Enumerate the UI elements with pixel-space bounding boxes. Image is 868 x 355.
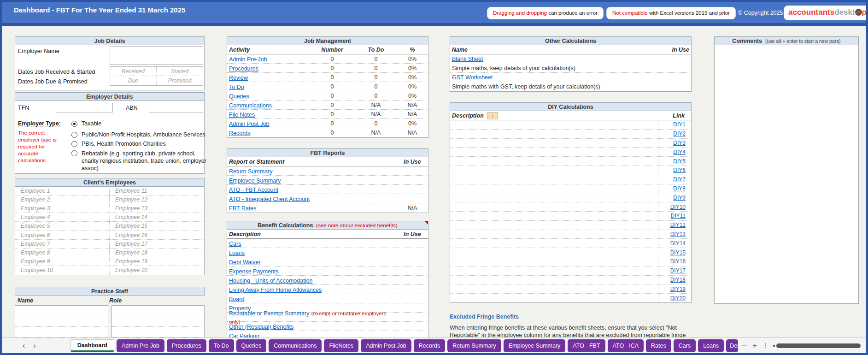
- activity-link[interactable]: Queries: [229, 93, 249, 100]
- prev-sheet-arrow[interactable]: ‹: [18, 342, 29, 350]
- diy-link[interactable]: DIY18: [670, 277, 686, 283]
- diy-description-cell[interactable]: [450, 130, 658, 138]
- activity-link[interactable]: Admin Pre-Job: [229, 56, 267, 63]
- radio-rebatable[interactable]: Rebatable (e.g. sporting club, private s…: [71, 150, 207, 172]
- tab-cars[interactable]: Cars: [674, 339, 696, 352]
- diy-link[interactable]: DIY10: [670, 204, 686, 210]
- radio-taxable[interactable]: Taxable: [71, 120, 101, 127]
- diy-description-cell[interactable]: [450, 266, 658, 275]
- employee-cell[interactable]: Employee 15: [110, 222, 204, 231]
- blank-sheet-link[interactable]: Blank Sheet: [452, 56, 483, 62]
- diy-link[interactable]: DIY16: [670, 258, 686, 265]
- date-due-input[interactable]: [110, 76, 156, 85]
- gst-worksheet-link[interactable]: GST Worksheet: [452, 74, 493, 81]
- diy-link[interactable]: DIY2: [673, 130, 686, 137]
- tab-dashboard[interactable]: Dashboard: [70, 339, 114, 352]
- diy-description-cell[interactable]: [450, 212, 658, 220]
- employee-cell[interactable]: Employee 8: [15, 248, 110, 257]
- employee-cell[interactable]: Employee 16: [110, 231, 204, 240]
- tab-return-summary[interactable]: Return Summary: [447, 339, 501, 352]
- staff-name-cells[interactable]: [15, 305, 108, 338]
- date-promised-input[interactable]: [157, 76, 203, 85]
- diy-description-cell[interactable]: [450, 276, 658, 284]
- tab-ato-ica[interactable]: ATO - ICA: [608, 339, 644, 352]
- diy-description-cell[interactable]: [450, 175, 658, 184]
- diy-link[interactable]: DIY8: [673, 185, 686, 192]
- abn-input[interactable]: [149, 104, 203, 112]
- activity-link[interactable]: Records: [229, 130, 251, 136]
- benefit-link[interactable]: Other (Residual) Benefits: [229, 324, 293, 330]
- staff-row[interactable]: [15, 327, 108, 337]
- diy-description-cell[interactable]: [450, 202, 658, 211]
- diy-link[interactable]: DIY5: [673, 158, 686, 165]
- staff-row[interactable]: [15, 316, 108, 327]
- diy-description-cell[interactable]: [450, 221, 658, 230]
- employer-name-input[interactable]: [110, 47, 203, 64]
- benefit-link[interactable]: Loans: [229, 250, 245, 256]
- activity-link[interactable]: To Do: [229, 84, 244, 90]
- diy-link[interactable]: DIY6: [673, 167, 686, 173]
- tab-clipped[interactable]: Debt: [726, 339, 738, 352]
- benefit-link[interactable]: Debt Waiver: [229, 259, 260, 266]
- report-link[interactable]: Employee Summary: [229, 178, 281, 184]
- radio-pbis[interactable]: PBIs, Health Promotion Charities: [71, 141, 166, 147]
- more-sheets-icon[interactable]: ⋯: [738, 342, 750, 349]
- diy-link[interactable]: DIY3: [673, 140, 686, 146]
- employee-cell[interactable]: Employee 11: [110, 187, 204, 195]
- activity-link[interactable]: Communications: [229, 102, 272, 109]
- scrollbar-thumb[interactable]: [776, 343, 861, 348]
- employee-cell[interactable]: Employee 9: [15, 257, 110, 266]
- diy-description-cell[interactable]: [450, 193, 658, 202]
- scroll-left-icon[interactable]: ◂: [772, 343, 775, 349]
- tab-communications[interactable]: Communications: [269, 339, 322, 352]
- diy-description-cell[interactable]: [450, 157, 658, 166]
- tab-loans[interactable]: Loans: [698, 339, 724, 352]
- employee-cell[interactable]: Employee 14: [110, 213, 204, 222]
- kebab-menu-icon[interactable]: ⋮: [760, 342, 771, 349]
- diy-link[interactable]: DIY15: [670, 249, 686, 256]
- diy-description-cell[interactable]: [450, 257, 658, 266]
- activity-link[interactable]: Admin Post Job: [229, 121, 270, 127]
- staff-role-cells[interactable]: [111, 305, 205, 338]
- employee-cell[interactable]: Employee 17: [110, 240, 204, 248]
- tfn-input[interactable]: [56, 104, 112, 112]
- diy-description-cell[interactable]: [450, 294, 658, 302]
- diy-link[interactable]: DIY13: [670, 231, 686, 237]
- radio-public-hospitals[interactable]: Public/Non-Profit Hospitals, Ambulance S…: [71, 131, 205, 138]
- employee-cell[interactable]: Employee 1: [15, 187, 110, 195]
- staff-row[interactable]: [15, 306, 108, 316]
- diy-link[interactable]: DIY7: [673, 176, 686, 183]
- tab-to-do[interactable]: To Do: [209, 339, 234, 352]
- staff-row[interactable]: [112, 306, 205, 316]
- employee-cell[interactable]: Employee 2: [15, 195, 110, 204]
- activity-link[interactable]: Procedures: [229, 65, 258, 72]
- tab-ato-fbt[interactable]: ATO - FBT: [568, 339, 605, 352]
- tab-admin-pre-job[interactable]: Admin Pre Job: [117, 339, 164, 352]
- benefit-link[interactable]: Living Away From Home Allowances: [229, 287, 322, 293]
- activity-link[interactable]: Review: [229, 75, 248, 81]
- staff-row[interactable]: [112, 327, 205, 337]
- benefit-link[interactable]: Rebatable or Exempt Summary: [229, 310, 309, 317]
- tab-employee-summary[interactable]: Employee Summary: [504, 339, 566, 352]
- employee-cell[interactable]: Employee 3: [15, 204, 110, 213]
- date-started-input[interactable]: [157, 67, 203, 76]
- diy-link[interactable]: DIY9: [673, 195, 686, 201]
- diy-description-cell[interactable]: [450, 230, 658, 239]
- employee-cell[interactable]: Employee 12: [110, 195, 204, 204]
- next-sheet-arrow[interactable]: ›: [29, 342, 40, 350]
- employee-cell[interactable]: Employee 6: [15, 231, 110, 240]
- tab-rates[interactable]: Rates: [646, 339, 671, 352]
- report-link[interactable]: ATO - FBT Account: [229, 187, 278, 193]
- date-received-input[interactable]: [110, 67, 156, 76]
- diy-link[interactable]: DIY4: [673, 149, 686, 155]
- diy-description-cell[interactable]: [450, 120, 658, 129]
- diy-link[interactable]: DIY20: [670, 295, 686, 302]
- tab-records[interactable]: Records: [414, 339, 446, 352]
- tab-procedures[interactable]: Procedures: [167, 339, 206, 352]
- diy-description-cell[interactable]: [450, 284, 658, 293]
- employee-cell[interactable]: Employee 20: [110, 266, 204, 275]
- activity-link[interactable]: File Notes: [229, 112, 255, 118]
- benefit-link[interactable]: Board: [229, 296, 244, 302]
- employee-cell[interactable]: Employee 4: [15, 213, 110, 222]
- diy-description-cell[interactable]: [450, 139, 658, 148]
